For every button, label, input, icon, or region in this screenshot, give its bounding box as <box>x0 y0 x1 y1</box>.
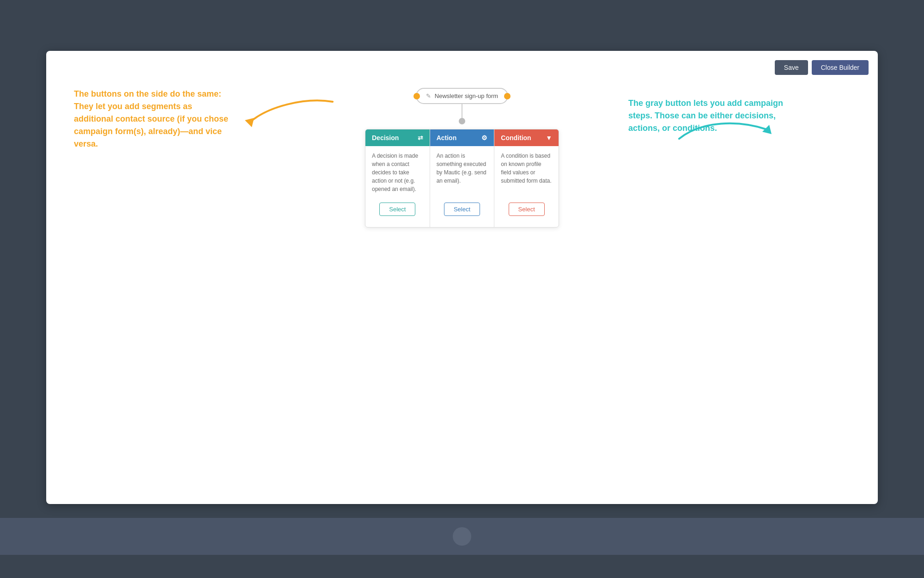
source-node[interactable]: ✎ Newsletter sign-up form <box>416 88 508 104</box>
decision-label: Decision <box>372 134 399 141</box>
condition-footer: Select <box>494 199 559 220</box>
condition-select-button[interactable]: Select <box>509 203 545 216</box>
node-dot-right <box>504 93 511 99</box>
annotation-left: The buttons on the side do the same: The… <box>74 88 231 150</box>
main-card: Save Close Builder The buttons on the si… <box>46 51 878 504</box>
decision-card: Decision ⇄ A decision is made when a con… <box>365 129 430 227</box>
annotation-right: The gray button lets you add campaign st… <box>628 97 785 135</box>
decision-header: Decision ⇄ <box>365 129 430 146</box>
action-icon: ⚙ <box>481 134 487 141</box>
decision-footer: Select <box>365 199 430 220</box>
edit-icon: ✎ <box>426 92 431 99</box>
decision-body: A decision is made when a contact decide… <box>365 146 430 199</box>
action-footer: Select <box>430 199 494 220</box>
action-body: An action is something executed by Mauti… <box>430 146 494 199</box>
condition-header: Condition ▼ <box>494 129 559 146</box>
action-label: Action <box>437 134 457 141</box>
node-dot-left <box>413 93 420 99</box>
connector-line <box>462 104 462 118</box>
action-card: Action ⚙ An action is something executed… <box>430 129 495 227</box>
connector-dot <box>459 118 465 124</box>
close-builder-button[interactable]: Close Builder <box>812 60 869 75</box>
decision-icon: ⇄ <box>418 134 423 141</box>
action-select-button[interactable]: Select <box>444 203 480 216</box>
builder-area: ✎ Newsletter sign-up form Decision ⇄ A d… <box>365 88 559 228</box>
condition-body: A condition is based on known profile fi… <box>494 146 559 199</box>
svg-marker-0 <box>245 118 254 127</box>
decision-select-button[interactable]: Select <box>379 203 415 216</box>
condition-label: Condition <box>501 134 531 141</box>
source-node-label: Newsletter sign-up form <box>435 92 498 99</box>
action-header: Action ⚙ <box>430 129 494 146</box>
top-right-buttons: Save Close Builder <box>775 60 869 75</box>
save-button[interactable]: Save <box>775 60 808 75</box>
step-selector-panel: Decision ⇄ A decision is made when a con… <box>365 129 559 228</box>
arrow-left-icon <box>222 92 342 139</box>
condition-icon: ▼ <box>546 134 552 141</box>
condition-card: Condition ▼ A condition is based on know… <box>494 129 559 227</box>
